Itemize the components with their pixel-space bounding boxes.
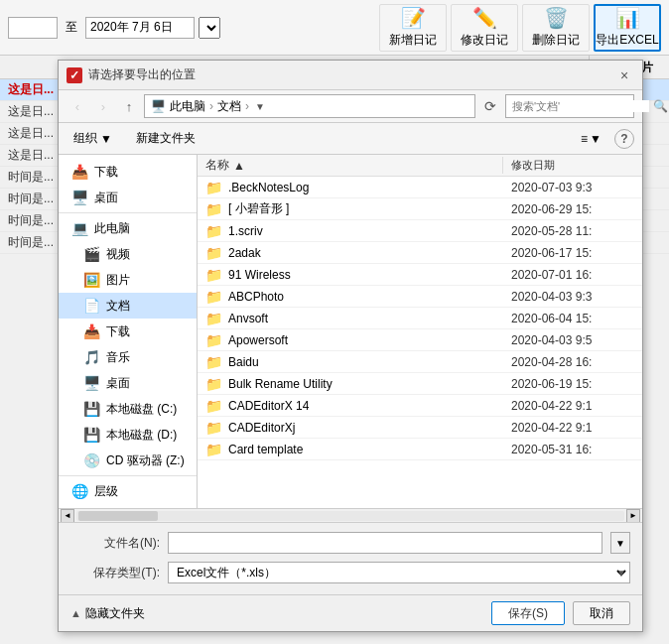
file-name-text: Anvsoft bbox=[228, 312, 268, 325]
folder-icon: 📁 bbox=[205, 398, 222, 414]
filetype-row: 保存类型(T): Excel文件（*.xls） ▼ bbox=[70, 559, 630, 586]
file-list: 名称 ▲ 修改日期 📁 .BeckNotesLog 2020-07-03 9:3… bbox=[198, 155, 642, 508]
folder-icon: 📁 bbox=[205, 442, 222, 457]
sidebar-item-cd-drive[interactable]: 💿 CD 驱动器 (Z:) bbox=[59, 448, 197, 473]
delete-diary-button[interactable]: 🗑️ 删除日记 bbox=[522, 4, 590, 52]
file-col-name-header[interactable]: 名称 ▲ bbox=[198, 157, 503, 174]
save-button[interactable]: 保存(S) bbox=[491, 601, 565, 625]
breadcrumb-bar[interactable]: 🖥️ 此电脑 › 文档 › ▼ bbox=[144, 94, 475, 118]
sidebar-item-download[interactable]: 📥 下载 bbox=[59, 159, 197, 185]
file-item-name: 📁 1.scriv bbox=[198, 223, 503, 239]
file-item-date: 2020-05-28 11: bbox=[503, 224, 642, 238]
file-name-text: .BeckNotesLog bbox=[228, 181, 309, 194]
file-item[interactable]: 📁 Apowersoft 2020-04-03 9:5 bbox=[198, 329, 642, 351]
search-input[interactable] bbox=[512, 100, 649, 112]
search-icon: 🔍 bbox=[653, 99, 668, 113]
video-icon: 🎬 bbox=[82, 246, 100, 262]
hscroll-left-arrow[interactable]: ◄ bbox=[61, 509, 74, 523]
view-button[interactable]: ≡ ▼ bbox=[576, 129, 606, 149]
dialog-form: 文件名(N): ▼ 保存类型(T): Excel文件（*.xls） ▼ bbox=[59, 522, 642, 594]
network-icon: 🌐 bbox=[70, 483, 88, 499]
sidebar-item-thispc[interactable]: 💻 此电脑 bbox=[59, 215, 197, 241]
add-diary-button[interactable]: 📝 新增日记 bbox=[379, 4, 447, 52]
file-item[interactable]: 📁 2adak 2020-06-17 15: bbox=[198, 242, 642, 264]
organize-button[interactable]: 组织 ▼ bbox=[67, 127, 119, 150]
new-folder-button[interactable]: 新建文件夹 bbox=[127, 127, 204, 150]
filename-input[interactable] bbox=[168, 532, 602, 554]
music-icon: 🎵 bbox=[82, 349, 100, 365]
cancel-button[interactable]: 取消 bbox=[573, 601, 630, 625]
folder-icon: 📁 bbox=[205, 289, 222, 305]
folder-icon: 📁 bbox=[205, 201, 222, 217]
file-item-name: 📁 .BeckNotesLog bbox=[198, 180, 503, 195]
file-item-name: 📁 CADEditorXj bbox=[198, 420, 503, 436]
file-item[interactable]: 📁 Anvsoft 2020-06-04 15: bbox=[198, 308, 642, 329]
sidebar-item-pictures[interactable]: 🖼️ 图片 bbox=[59, 267, 197, 293]
sidebar-item-music[interactable]: 🎵 音乐 bbox=[59, 344, 197, 370]
filetype-select[interactable]: Excel文件（*.xls） bbox=[168, 562, 630, 583]
file-item[interactable]: 📁 Baidu 2020-04-28 16: bbox=[198, 351, 642, 373]
file-list-header: 名称 ▲ 修改日期 bbox=[198, 155, 642, 177]
date-from-input[interactable] bbox=[8, 17, 58, 39]
folder-icon: 📁 bbox=[205, 354, 222, 370]
sidebar-item-documents[interactable]: 📄 文档 bbox=[59, 293, 197, 319]
file-item[interactable]: 📁 [ 小碧音形 ] 2020-06-29 15: bbox=[198, 198, 642, 220]
file-item[interactable]: 📁 1.scriv 2020-05-28 11: bbox=[198, 220, 642, 242]
file-item-name: 📁 Baidu bbox=[198, 354, 503, 370]
file-item-date: 2020-07-03 9:3 bbox=[503, 181, 642, 194]
folder-icon: 📁 bbox=[205, 180, 222, 195]
nav-refresh-button[interactable]: ⟳ bbox=[479, 95, 501, 117]
file-item[interactable]: 📁 91 Wireless 2020-07-01 16: bbox=[198, 264, 642, 286]
hide-folders-toggle[interactable]: ▲ 隐藏文件夹 bbox=[70, 605, 145, 622]
folder-icon: 📁 bbox=[205, 332, 222, 348]
sidebar-label: 桌面 bbox=[106, 375, 130, 392]
file-item[interactable]: 📁 CADEditorX 14 2020-04-22 9:1 bbox=[198, 395, 642, 417]
file-item[interactable]: 📁 .BeckNotesLog 2020-07-03 9:3 bbox=[198, 177, 642, 198]
dialog-close-button[interactable]: × bbox=[614, 65, 634, 85]
folder-icon: 📁 bbox=[205, 245, 222, 261]
folder-icon: 📁 bbox=[205, 223, 222, 239]
edit-diary-button[interactable]: ✏️ 修改日记 bbox=[451, 4, 518, 52]
file-item[interactable]: 📁 Card template 2020-05-31 16: bbox=[198, 439, 642, 460]
drive-c-icon: 💾 bbox=[82, 401, 100, 417]
export-excel-button[interactable]: 📊 导出EXCEL bbox=[594, 4, 661, 52]
sidebar-item-downloads[interactable]: 📥 下载 bbox=[59, 319, 197, 344]
breadcrumb-sep1: › bbox=[209, 99, 213, 113]
sidebar-divider bbox=[59, 212, 197, 213]
sidebar-item-drive-c[interactable]: 💾 本地磁盘 (C:) bbox=[59, 396, 197, 422]
documents-icon: 📄 bbox=[82, 298, 100, 314]
sidebar-label: 本地磁盘 (D:) bbox=[106, 427, 177, 444]
filename-dropdown-btn[interactable]: ▼ bbox=[610, 532, 630, 554]
date-to-dropdown[interactable] bbox=[199, 17, 220, 39]
sidebar-item-video[interactable]: 🎬 视频 bbox=[59, 241, 197, 267]
cd-drive-icon: 💿 bbox=[82, 452, 100, 468]
desktop-icon: 🖥️ bbox=[70, 190, 88, 205]
sidebar-label: 本地磁盘 (C:) bbox=[106, 401, 177, 418]
date-to-input[interactable] bbox=[85, 17, 195, 39]
file-item[interactable]: 📁 CADEditorXj 2020-04-22 9:1 bbox=[198, 417, 642, 439]
sidebar-label: 桌面 bbox=[94, 190, 118, 206]
nav-back-button[interactable]: ‹ bbox=[67, 95, 88, 117]
file-name-text: 2adak bbox=[228, 246, 261, 260]
col-name-sort-icon: ▲ bbox=[233, 159, 245, 173]
sidebar-label: 音乐 bbox=[106, 349, 130, 366]
help-button[interactable]: ? bbox=[614, 129, 634, 149]
col-name-label: 名称 bbox=[205, 157, 229, 174]
sidebar-item-network[interactable]: 🌐 层级 bbox=[59, 478, 197, 504]
nav-up-button[interactable]: ↑ bbox=[118, 95, 140, 117]
sidebar-item-desktop[interactable]: 🖥️ 桌面 bbox=[59, 185, 197, 210]
nav-forward-button[interactable]: › bbox=[92, 95, 114, 117]
view-icon: ≡ bbox=[581, 132, 588, 146]
file-item-date: 2020-04-03 9:3 bbox=[503, 290, 642, 304]
organize-chevron-icon: ▼ bbox=[100, 132, 112, 146]
file-item-date: 2020-04-22 9:1 bbox=[503, 399, 642, 413]
file-item-date: 2020-04-28 16: bbox=[503, 355, 642, 369]
sidebar-item-drive-d[interactable]: 💾 本地磁盘 (D:) bbox=[59, 422, 197, 448]
hscroll-right-arrow[interactable]: ► bbox=[626, 509, 640, 523]
sidebar-item-desktop2[interactable]: 🖥️ 桌面 bbox=[59, 370, 197, 396]
hscroll-thumb[interactable] bbox=[78, 511, 158, 521]
file-item[interactable]: 📁 Bulk Rename Utility 2020-06-19 15: bbox=[198, 373, 642, 395]
file-item[interactable]: 📁 ABCPhoto 2020-04-03 9:3 bbox=[198, 286, 642, 308]
folder-icon: 📁 bbox=[205, 420, 222, 436]
dialog-footer: ▲ 隐藏文件夹 保存(S) 取消 bbox=[59, 594, 642, 631]
